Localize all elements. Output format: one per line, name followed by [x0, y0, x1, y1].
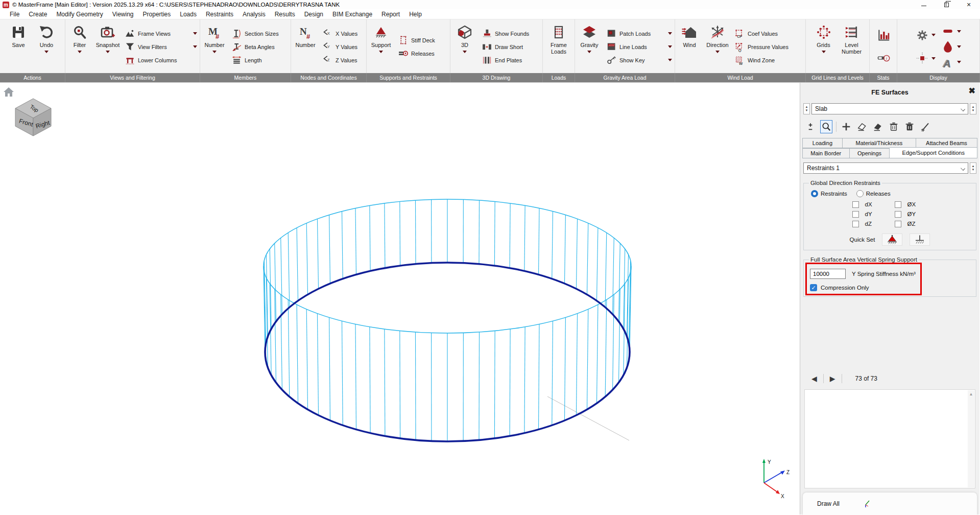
ribbon-releases-button[interactable]: Releases [397, 48, 447, 59]
menu-design[interactable]: Design [300, 11, 328, 18]
view-cube[interactable]: Top Front Right [11, 96, 55, 139]
button-label: Direction [706, 42, 728, 49]
menu-modify-geometry[interactable]: Modify Geometry [52, 11, 107, 18]
radio-releases[interactable]: Releases [856, 190, 891, 197]
tab-loading[interactable]: Loading [802, 138, 843, 148]
checkbox-dy[interactable] [852, 211, 859, 218]
ribbon-number-button[interactable]: M#Number [201, 20, 228, 73]
menu-restraints[interactable]: Restraints [201, 11, 238, 18]
prev-surface-button[interactable]: ◀ [807, 374, 821, 383]
ribbon-z-values-button[interactable]: ZZ Values [322, 55, 364, 66]
ribbon-frame-views-button[interactable]: Frame Views [124, 28, 197, 39]
ribbon-section-sizes-button[interactable]: Section Sizes [231, 28, 288, 39]
checkbox-dz[interactable] [852, 221, 859, 227]
ribbon-number-button[interactable]: N#Number [292, 20, 319, 73]
surface-type-select[interactable]: Slab [811, 103, 968, 114]
draw-all-button[interactable]: Draw All [817, 500, 840, 507]
ribbon-y-values-button[interactable]: YY Values [322, 41, 364, 53]
erase-solid-button[interactable] [872, 120, 884, 133]
panel-close-icon[interactable]: ✖ [969, 87, 975, 95]
compression-only-checkbox[interactable] [810, 284, 817, 291]
ribbon-support-button[interactable]: Support [367, 20, 395, 73]
radio-restraints[interactable]: Restraints [811, 190, 847, 197]
close-button[interactable]: × [958, 0, 980, 9]
ribbon-font-a-button[interactable]: AA [941, 56, 961, 69]
ribbon-gravity-button[interactable]: Gravity [576, 20, 603, 73]
ribbon-display-gear-button[interactable] [916, 29, 936, 42]
menu-help[interactable]: Help [404, 11, 426, 18]
checkbox-y[interactable] [895, 211, 901, 218]
sweep-button[interactable] [919, 120, 931, 133]
ribbon-length-button[interactable]: Length [231, 55, 288, 66]
erase-outline-button[interactable] [856, 120, 868, 133]
restraint-set-select[interactable]: Restraints 1 [803, 162, 968, 174]
ribbon-show-founds-button[interactable]: Show Founds [481, 28, 540, 39]
ribbon-snapshot-button[interactable]: Snapshot [94, 20, 122, 73]
delete-outline-button[interactable] [888, 120, 900, 133]
ribbon-draw-short-button[interactable]: Draw Short [481, 41, 540, 53]
zoom-select-button[interactable] [820, 120, 832, 133]
surface-list-box[interactable]: ▲ [804, 389, 975, 488]
ribbon-pressure-values-button[interactable]: QPressure Values [734, 41, 803, 53]
menu-viewing[interactable]: Viewing [108, 11, 138, 18]
ribbon-view-filters-button[interactable]: View Filters [124, 41, 197, 53]
ribbon-red-dash-button[interactable] [941, 25, 961, 38]
undo-icon [39, 25, 54, 40]
ribbon-droplet-button[interactable] [941, 40, 961, 53]
ribbon-direction-button[interactable]: Direction [704, 20, 731, 73]
ribbon-filter-button[interactable]: Filter [66, 20, 93, 73]
surface-spinner-left[interactable]: ▲▼ [803, 103, 810, 114]
menu-bim-exchange[interactable]: BIM Exchange [328, 11, 377, 18]
ribbon-node-display-button[interactable] [916, 52, 936, 65]
spring-stiffness-input[interactable] [810, 269, 846, 279]
ribbon-save-button[interactable]: Save [5, 20, 32, 73]
ribbon-undo-button[interactable]: Undo [33, 20, 60, 73]
ribbon-stiff-deck-button[interactable]: Stiff Deck [397, 35, 447, 46]
menu-file[interactable]: File [5, 11, 24, 18]
ribbon-level-number-button[interactable]: Level Number [838, 20, 866, 73]
ribbon-stats-info-button[interactable]: i [877, 52, 890, 65]
ribbon-grids-button[interactable]: Grids [810, 20, 838, 73]
ribbon-end-plates-button[interactable]: End Plates [481, 55, 540, 66]
menu-properties[interactable]: Properties [138, 11, 176, 18]
menu-create[interactable]: Create [24, 11, 52, 18]
surface-spinner-right[interactable]: ▲▼ [970, 103, 976, 114]
menu-loads[interactable]: Loads [175, 11, 201, 18]
ribbon-show-key-button[interactable]: Show Key [606, 55, 672, 66]
tab-material-thickness[interactable]: Material/Thickness [843, 138, 916, 148]
ribbon-coef-values-button[interactable]: CPCoef Values [734, 28, 803, 39]
checkbox-dx[interactable] [852, 201, 859, 208]
ribbon-wind-zone-button[interactable]: WWind Zone [734, 55, 803, 66]
scroll-up-icon[interactable]: ▲ [968, 390, 974, 396]
tab-main-border[interactable]: Main Border [802, 148, 850, 158]
tab-openings[interactable]: Openings [850, 148, 890, 158]
app-logo-icon: m [3, 2, 9, 8]
ribbon-line-loads-button[interactable]: Line Loads [606, 41, 672, 53]
ribbon-lower-columns-button[interactable]: Lower Columns [124, 55, 197, 66]
checkbox-z[interactable] [895, 221, 901, 227]
quick-set-fixed-support-button[interactable] [910, 233, 930, 246]
minimize-button[interactable] [913, 0, 935, 9]
tab-attached-beams[interactable]: Attached Beams [916, 138, 977, 148]
add-button[interactable] [840, 120, 852, 133]
ribbon-3d-button[interactable]: 3D [451, 20, 479, 73]
ribbon-patch-loads-button[interactable]: Patch Loads [606, 28, 672, 39]
ribbon-beta-angles-button[interactable]: Beta Angles [231, 41, 288, 53]
listbox-scrollbar[interactable]: ▲ [968, 390, 974, 487]
3d-viewport[interactable]: Top Front Right Y Z X [0, 83, 800, 514]
plus-minus-button[interactable] [804, 120, 817, 133]
ribbon-frame-loads-button[interactable]: Frame Loads [545, 20, 572, 73]
menu-analysis[interactable]: Analysis [238, 11, 270, 18]
checkbox-x[interactable] [895, 201, 901, 208]
restraint-set-spinner[interactable]: ▲▼ [970, 162, 976, 174]
next-surface-button[interactable]: ▶ [826, 374, 840, 383]
tab-edge-support-conditions[interactable]: Edge/Support Conditions [890, 147, 977, 158]
ribbon-wind-button[interactable]: Wind [676, 20, 703, 73]
menu-results[interactable]: Results [270, 11, 300, 18]
ribbon-x-values-button[interactable]: XX Values [322, 28, 364, 39]
delete-solid-button[interactable] [903, 120, 916, 133]
restore-button[interactable] [935, 0, 958, 9]
ribbon-stats-chart-button[interactable] [877, 29, 890, 42]
menu-report[interactable]: Report [377, 11, 404, 18]
quick-set-pinned-support-button[interactable] [882, 233, 902, 246]
